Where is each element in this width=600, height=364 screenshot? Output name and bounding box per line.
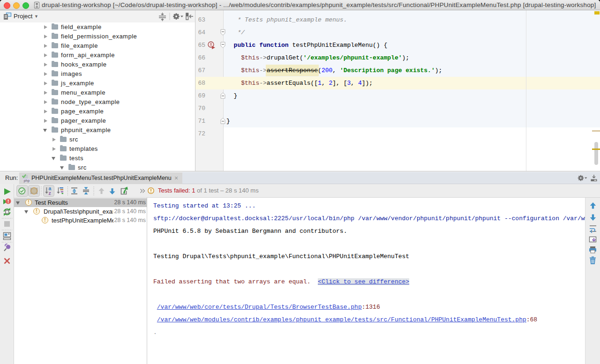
svg-text:php: php [24, 179, 30, 183]
svg-text:z: z [49, 190, 51, 196]
